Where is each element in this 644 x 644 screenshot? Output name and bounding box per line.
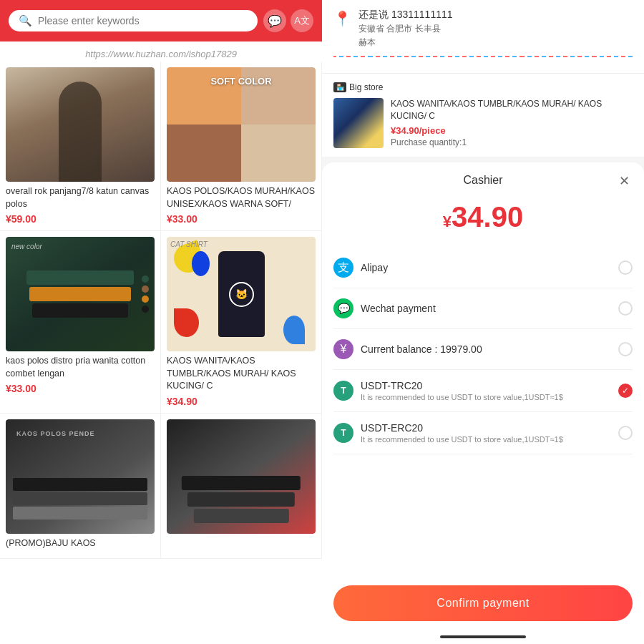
wechat-content: Wechat payment [361,303,618,314]
payment-option-usdt-erc20[interactable]: T USDT-ERC20 It is recommended to use US… [333,412,633,454]
search-icon: 🔍 [19,14,32,27]
wechat-icon: 💬 [333,298,353,318]
left-panel: 🔍 💬 A文 https://www.huzhan.com/ishop17829… [0,0,322,644]
usdt-trc20-sub: It is recommended to use USDT to store v… [361,393,618,401]
order-product-details: KAOS WANITA/KAOS TUMBLR/KAOS MURAH/ KAOS… [391,98,633,147]
product-price-1: ¥59.00 [6,213,155,225]
name-phone: 还是说 13311111111 [358,9,453,21]
usdt-erc20-content: USDT-ERC20 It is recommended to use USDT… [361,422,618,444]
usdt-erc20-name: USDT-ERC20 [361,422,618,434]
payment-option-usdt-trc20[interactable]: T USDT-TRC20 It is recommended to use US… [333,370,633,412]
product-card-6[interactable] [161,414,322,560]
balance-icon: ¥ [333,339,353,359]
product-title-3: kaos polos distro pria wanita cotton com… [6,355,155,380]
cashier-close-button[interactable]: ✕ [615,172,633,190]
order-product-price: ¥34.90/piece [391,125,633,136]
product-title-4: KAOS WANITA/KAOS TUMBLR/KAOS MURAH/ KAOS… [167,355,316,393]
cashier-amount: ¥34.90 [322,192,644,248]
cashier-header: Cashier ✕ [322,162,644,192]
cashier-modal: Cashier ✕ ¥34.90 支 Alipay 💬 Wechat payme… [322,162,644,644]
cashier-title: Cashier [463,174,502,187]
chat-icon[interactable]: 💬 [263,9,286,32]
right-panel: 📍 还是说 13311111111 安徽省 合肥市 长丰县 赫本 🏪 Big s… [322,0,644,644]
address-line2: 赫本 [358,36,453,49]
watermark: https://www.huzhan.com/ishop17829 [0,49,322,59]
address-info: 还是说 13311111111 安徽省 合肥市 长丰县 赫本 [358,9,453,49]
alipay-name: Alipay [361,262,618,273]
alipay-content: Alipay [361,262,618,273]
product-card-1[interactable]: overall rok panjang7/8 katun canvas polo… [0,62,161,231]
alipay-radio[interactable] [618,260,633,275]
usdt-trc20-content: USDT-TRC20 It is recommended to use USDT… [361,380,618,401]
usdt-trc20-radio[interactable]: ✓ [618,384,633,398]
search-input[interactable] [38,15,248,26]
usdt-trc20-icon: T [333,381,353,401]
balance-name: Current balance : 19979.00 [361,343,618,355]
product-title-5: (PROMO)BAJU KAOS [6,537,155,550]
product-title-1: overall rok panjang7/8 katun canvas polo… [6,185,155,210]
confirm-payment-button[interactable]: Confirm payment [333,585,633,621]
wechat-radio[interactable] [618,301,633,316]
search-bar: 🔍 💬 A文 [0,0,322,42]
translate-icon[interactable]: A文 [291,9,313,32]
store-icon: 🏪 [333,82,346,92]
confirm-btn-wrapper: Confirm payment [322,574,644,635]
amount-value: 34.90 [452,201,523,233]
product-price-2: ¥33.00 [167,213,316,225]
amount-currency: ¥ [443,213,452,230]
search-icons: 💬 A文 [263,9,313,32]
order-header: 📍 还是说 13311111111 安徽省 合肥市 长丰县 赫本 [322,0,644,74]
alipay-icon: 支 [333,258,353,278]
payment-option-balance[interactable]: ¥ Current balance : 19979.00 [333,329,633,370]
usdt-trc20-name: USDT-TRC20 [361,380,618,391]
usdt-erc20-icon: T [333,423,353,443]
payment-options: 支 Alipay 💬 Wechat payment ¥ Current bala… [322,248,644,574]
address-row: 📍 还是说 13311111111 安徽省 合肥市 长丰县 赫本 [333,9,633,49]
balance-content: Current balance : 19979.00 [361,343,618,355]
location-icon: 📍 [333,10,351,27]
dashed-divider [333,56,633,57]
bottom-bar [440,635,526,638]
order-product-row: 🏪 Big store KAOS WANITA/KAOS TUMBLR/KAOS… [322,74,644,157]
product-title-2: KAOS POLOS/KAOS MURAH/KAOS UNISEX/KAOS W… [167,185,316,210]
products-grid: overall rok panjang7/8 katun canvas polo… [0,62,322,559]
payment-option-wechat[interactable]: 💬 Wechat payment [333,288,633,329]
payment-option-alipay[interactable]: 支 Alipay [333,248,633,288]
product-card-2[interactable]: SOFT COLOR KAOS POLOS/KAOS MURAH/KAOS UN… [161,62,322,231]
product-card-4[interactable]: 🐱 CAT SHIRT KAOS WANITA/KAOS TUMBLR/KAOS… [161,231,322,414]
store-label: 🏪 Big store [333,82,633,92]
product-card-5[interactable]: KAOS POLOS PENDE (PROMO)BAJU KAOS [0,414,161,560]
product-price-4: ¥34.90 [167,396,316,407]
product-price-3: ¥33.00 [6,383,155,394]
order-product-qty: Purchase quantity:1 [391,137,633,147]
balance-radio[interactable] [618,342,633,356]
order-product-title: KAOS WANITA/KAOS TUMBLR/KAOS MURAH/ KAOS… [391,98,633,122]
search-wrapper[interactable]: 🔍 [9,10,258,31]
usdt-erc20-radio[interactable] [618,426,633,440]
product-card-3[interactable]: new color kaos polos distro pria wanita … [0,231,161,414]
usdt-erc20-sub: It is recommended to use USDT to store v… [361,435,618,444]
address-line1: 安徽省 合肥市 长丰县 [358,23,453,35]
store-name: Big store [349,82,383,92]
order-product-image [333,98,384,148]
wechat-name: Wechat payment [361,303,618,314]
